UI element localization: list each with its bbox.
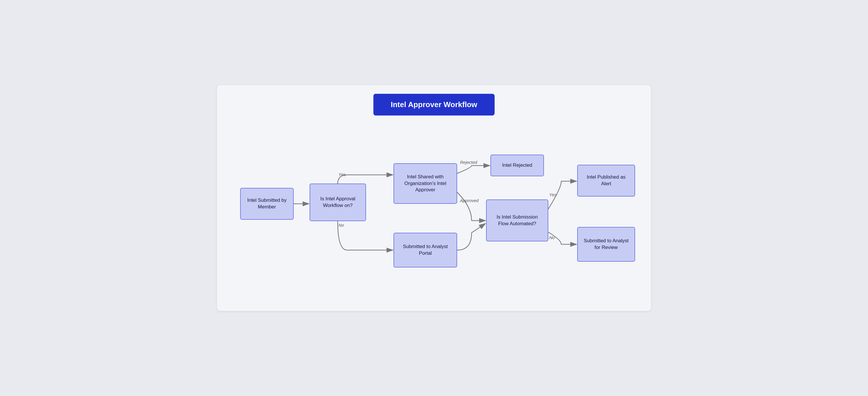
node-intel-rejected: Intel Rejected xyxy=(490,155,544,176)
label-rejected: Rejected xyxy=(460,160,477,165)
node-submitted-analyst-review: Submitted to Analyst for Review xyxy=(577,227,635,262)
node-intel-published: Intel Published as Alert xyxy=(577,165,635,196)
label-yes-top: Yes xyxy=(339,172,346,177)
page-title: Intel Approver Workflow xyxy=(373,94,494,116)
node-is-submission-flow-automated: Is Intel Submission Flow Automated? xyxy=(486,200,548,241)
label-yes-right-top: Yes xyxy=(549,192,556,197)
page-wrapper: Intel Approver Workflow Intel Submitted … xyxy=(217,85,651,311)
diagram-area: Intel Submitted by Member Is Intel Appro… xyxy=(231,126,637,294)
node-intel-shared: Intel Shared with Organization's Intel A… xyxy=(394,163,457,204)
node-submitted-analyst-portal: Submitted to Analyst Portal xyxy=(394,233,457,268)
label-no-right-bottom: No xyxy=(549,235,555,240)
label-approved: Approved xyxy=(460,198,478,203)
node-submitted-by-member: Intel Submitted by Member xyxy=(240,188,294,220)
label-no-bottom: No xyxy=(339,223,344,227)
node-is-approval-workflow: Is Intel Approval Workflow on? xyxy=(310,184,366,221)
